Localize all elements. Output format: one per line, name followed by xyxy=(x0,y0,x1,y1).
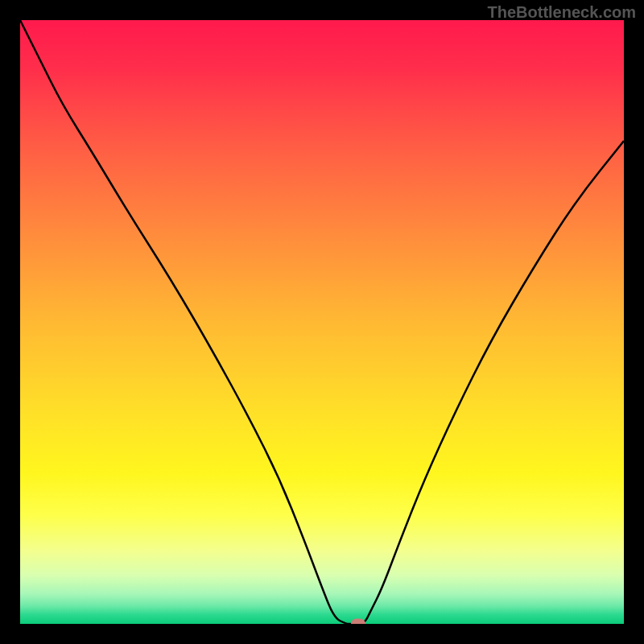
watermark-label: TheBottleneck.com xyxy=(488,3,636,22)
bottleneck-marker xyxy=(351,619,365,625)
plot-area xyxy=(20,20,624,624)
curve-line xyxy=(20,20,624,624)
